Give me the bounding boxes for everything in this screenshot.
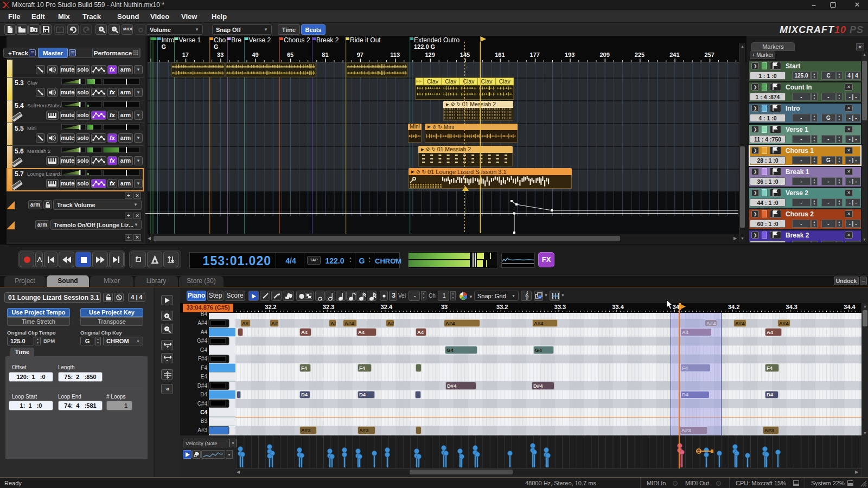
svg-text:+: +	[539, 296, 541, 299]
svg-text:+: +	[167, 344, 169, 350]
svg-text:-: -	[167, 357, 168, 363]
svg-text:▼: ▼	[469, 294, 473, 299]
